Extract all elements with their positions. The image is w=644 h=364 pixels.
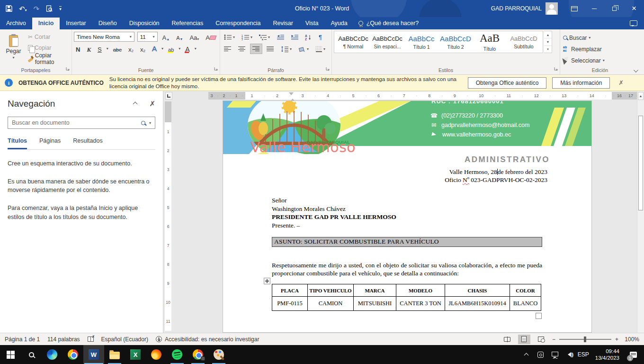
zoom-in-button[interactable]: + — [615, 336, 618, 343]
taskbar-excel[interactable]: X — [125, 345, 146, 364]
taskbar-chrome-profile[interactable] — [188, 345, 208, 364]
language-indicator[interactable]: Español (Ecuador) — [101, 336, 148, 343]
sort-button[interactable]: AZ — [303, 32, 314, 42]
cut-button[interactable]: ✂Cortar — [27, 32, 70, 42]
taskbar-firefox[interactable] — [146, 345, 167, 364]
tray-volume-icon[interactable]: ))) — [563, 345, 575, 364]
table-cell[interactable]: PMF-0115 — [272, 297, 308, 311]
show-marks-button[interactable]: ¶ — [317, 32, 324, 42]
styles-scroll-up-icon[interactable]: ▲ — [544, 31, 552, 38]
style-title[interactable]: AaBTítulo — [473, 32, 507, 52]
table-header-cell[interactable]: MODELO — [396, 284, 445, 297]
web-layout-button[interactable] — [535, 335, 547, 344]
grow-font-button[interactable]: A▲ — [161, 32, 172, 42]
zoom-out-button[interactable]: − — [552, 336, 555, 343]
font-color-button[interactable]: A — [183, 44, 191, 54]
tray-language[interactable]: ESP — [577, 345, 590, 364]
justify-button[interactable] — [265, 44, 276, 54]
superscript-button[interactable]: x2 — [138, 44, 147, 54]
account-name[interactable]: GAD PARROQUIAL — [491, 5, 542, 12]
table-header-cell[interactable]: PLACA — [272, 284, 308, 297]
document-page[interactable]: RUC : 1768120660001 ☎(02)2773220 / 27733… — [223, 100, 592, 333]
taskbar-edge[interactable] — [42, 345, 63, 364]
format-painter-button[interactable]: Copiar formato — [27, 54, 70, 64]
proofing-icon[interactable] — [88, 337, 94, 342]
paragraph-dialog-launcher[interactable] — [326, 64, 330, 73]
taskbar-paint[interactable] — [208, 345, 229, 364]
tab-insertar[interactable]: Insertar — [60, 18, 92, 29]
decrease-indent-button[interactable] — [275, 32, 286, 42]
customize-qat-icon[interactable]: ▾ — [59, 6, 62, 11]
vertical-ruler[interactable]: 1234567891011 — [165, 101, 171, 333]
table-header-cell[interactable]: MARCA — [354, 284, 396, 297]
text-effects-menu[interactable]: ▾ — [161, 46, 163, 51]
change-case-button[interactable]: Aa▾ — [188, 32, 201, 42]
clipboard-dialog-launcher[interactable] — [66, 64, 70, 73]
borders-button[interactable]: ▾ — [313, 44, 327, 54]
collapse-ribbon-icon[interactable] — [631, 65, 639, 72]
page-indicator[interactable]: Página 1 de 1 — [5, 336, 40, 343]
line-spacing-button[interactable]: ▾ — [279, 44, 294, 54]
font-family-select[interactable]: Times New Roma▾ — [74, 32, 134, 42]
taskbar-file-explorer[interactable] — [104, 345, 125, 364]
shading-button[interactable]: ▾ — [296, 44, 311, 54]
scrollbar-thumb[interactable] — [638, 116, 643, 210]
vertical-scrollbar[interactable]: ▲ — [637, 91, 644, 333]
taskbar-spotify[interactable] — [167, 345, 188, 364]
tab-archivo[interactable]: Archivo — [0, 18, 32, 29]
nav-tab-resultados[interactable]: Resultados — [73, 137, 103, 149]
tray-network-icon[interactable] — [549, 345, 561, 364]
table-cell[interactable]: CANTER 3 TON — [396, 297, 445, 311]
nav-tab-paginas[interactable]: Páginas — [39, 137, 61, 149]
tab-correspondencia[interactable]: Correspondencia — [209, 18, 267, 29]
tell-me-box[interactable]: ¿Qué desea hacer? — [354, 20, 424, 29]
table-cell[interactable]: CAMION — [308, 297, 354, 311]
scroll-up-icon[interactable]: ▲ — [638, 92, 644, 100]
underline-button[interactable]: S — [96, 44, 104, 54]
ribbon-display-options-icon[interactable] — [564, 0, 584, 17]
get-office-button[interactable]: Obtenga Office auténtico — [468, 77, 547, 89]
style-heading2[interactable]: AaBbCcDTítulo 2 — [438, 32, 473, 52]
style-heading1[interactable]: AaBbCcTítulo 1 — [404, 32, 438, 52]
style-no-spacing[interactable]: AaBbCcDcSin espaci... — [370, 32, 404, 52]
tab-inicio[interactable]: Inicio — [32, 18, 60, 29]
table-header-cell[interactable]: TIPO VEHICULO — [308, 284, 354, 297]
table-cell[interactable]: BLANCO — [510, 297, 541, 311]
style-subtitle[interactable]: AaBbCcDSubtítulo — [507, 32, 541, 52]
align-left-button[interactable] — [222, 44, 233, 54]
increase-indent-button[interactable] — [289, 32, 300, 42]
font-color-menu[interactable]: ▾ — [195, 46, 197, 51]
clear-formatting-button[interactable]: A — [204, 32, 218, 42]
more-info-button[interactable]: Más información — [552, 77, 610, 89]
strikethrough-button[interactable]: abe — [111, 44, 124, 54]
document-search-box[interactable]: ▾ — [8, 117, 155, 129]
tray-clock[interactable]: 09:44 13/4/2023 — [591, 348, 623, 362]
table-move-handle[interactable] — [264, 278, 270, 284]
read-mode-button[interactable] — [501, 335, 513, 344]
tab-disposicion[interactable]: Disposición — [123, 18, 166, 29]
align-center-button[interactable] — [236, 44, 248, 54]
taskbar-search-button[interactable] — [21, 345, 42, 364]
accessibility-status[interactable]: Accesibilidad: es necesario investigar — [156, 336, 259, 343]
feedback-icon[interactable] — [630, 20, 637, 26]
horizontal-ruler[interactable]: 3·2·1· 1·2·3·4·5·6·7·8·9·10·11·12·13·14·… — [208, 92, 638, 100]
align-right-button[interactable] — [250, 44, 262, 54]
print-preview-icon[interactable] — [46, 5, 53, 12]
highlight-button[interactable]: ab — [166, 44, 176, 54]
save-icon[interactable] — [6, 5, 12, 12]
close-button[interactable]: × — [624, 0, 644, 17]
font-size-select[interactable]: 11▾ — [137, 32, 158, 42]
tab-referencias[interactable]: Referencias — [166, 18, 210, 29]
search-options-chevron-icon[interactable]: ▾ — [149, 121, 151, 125]
tray-show-hidden-icons[interactable] — [520, 345, 533, 364]
styles-dialog-launcher[interactable] — [554, 64, 558, 73]
find-button[interactable]: Buscar▾ — [562, 33, 638, 43]
select-button[interactable]: Seleccionar▾ — [562, 55, 638, 65]
start-button[interactable] — [0, 345, 21, 364]
shrink-font-button[interactable]: A▼ — [174, 32, 185, 42]
word-count[interactable]: 114 palabras — [47, 336, 80, 343]
search-icon[interactable] — [141, 121, 145, 125]
table-header-cell[interactable]: CHASIS — [445, 284, 510, 297]
numbering-button[interactable]: 123▾ — [240, 32, 254, 42]
license-close-icon[interactable]: ✗ — [618, 79, 624, 86]
